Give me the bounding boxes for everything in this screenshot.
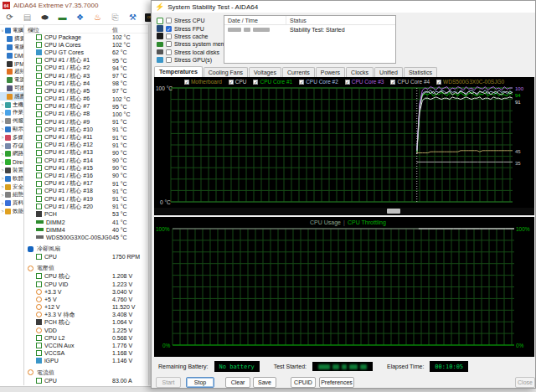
benchmark-icon	[5, 209, 11, 214]
aida64-logo-icon: 64	[3, 2, 10, 9]
stress-checkbox[interactable]	[166, 41, 172, 47]
tree-item-device[interactable]: IPMI	[0, 59, 23, 68]
svg-text:100%: 100%	[156, 226, 170, 232]
tree-item-label: DirectX	[13, 159, 24, 165]
graph-scrollbar-thumb[interactable]	[387, 209, 400, 214]
cpu-icon	[36, 196, 42, 202]
sensor-value: 53 °C	[112, 211, 127, 217]
save-button[interactable]: Save	[253, 377, 276, 388]
fpu-icon	[157, 25, 163, 32]
tree-item-storage[interactable]: ˃存儲裝置	[0, 142, 23, 150]
refresh-icon[interactable]: ⟳	[4, 13, 15, 23]
legend-checkbox[interactable]: ✓	[345, 80, 350, 85]
tree-item-server[interactable]: ˃伺服器	[0, 117, 23, 126]
tree-item-label: 作業系統	[13, 109, 24, 116]
sensor-label: CPU IA Cores	[44, 42, 81, 48]
cpu-icon	[36, 96, 42, 102]
tree-item-computer[interactable]: 摘要	[0, 35, 23, 44]
stress-checkbox[interactable]	[166, 34, 172, 39]
tree-item-label: 超頻	[14, 68, 24, 75]
legend-checkbox[interactable]: ✓	[299, 80, 304, 85]
sensor-row: PCH53 °C	[24, 210, 153, 218]
tree-item-label: 效能測試	[13, 208, 24, 215]
sensor-value: 91 °C	[112, 135, 127, 141]
tree-item-sensor[interactable]: 感應器	[0, 92, 23, 101]
legend-item: ✓CPU	[229, 79, 247, 85]
dimm-icon	[36, 220, 44, 224]
cpu-icon	[36, 181, 42, 187]
graph-scrollbar[interactable]	[154, 208, 534, 214]
stress-checkbox[interactable]	[166, 57, 172, 63]
tree-item-battery[interactable]: 電源管理	[0, 76, 23, 85]
volt-icon	[36, 328, 42, 333]
share-icon[interactable]: ❖	[75, 13, 85, 23]
tab-currents[interactable]: Currents	[282, 67, 315, 77]
memory-icon[interactable]: ▬	[57, 13, 68, 23]
stress-checkbox[interactable]: ✓	[166, 26, 172, 32]
tree-item-computer[interactable]: ˅電腦	[0, 27, 23, 35]
tree-item-database[interactable]: ˃資料庫	[0, 199, 23, 208]
legend-checkbox[interactable]: ✓	[229, 80, 234, 85]
tree-item-computer[interactable]: 電腦名稱	[0, 44, 23, 52]
tab-cooling-fans[interactable]: Cooling Fans	[204, 67, 248, 77]
clipboard-icon[interactable]: ⎘	[110, 13, 121, 23]
stress-checkbox[interactable]	[166, 49, 172, 55]
tree-item-label: 主機板	[13, 101, 24, 109]
legend-checkbox[interactable]: ✓	[253, 80, 258, 85]
tree-item-config[interactable]: ˃組態	[0, 191, 23, 199]
sensor-value: 1.064 V	[112, 319, 132, 325]
legend-label: Motherboard	[191, 79, 222, 85]
sensor-value: 91 °C	[112, 196, 127, 202]
preferences-button[interactable]: Preferences	[319, 377, 354, 388]
tree-item-display[interactable]: ˃顯示裝置	[0, 126, 23, 134]
tree-item-software[interactable]: ˃軟體	[0, 174, 23, 183]
tree-item-security[interactable]: ˃安全性	[0, 183, 23, 191]
tree-item-flame[interactable]: 超頻	[0, 68, 23, 76]
tree-item-label: 存儲裝置	[13, 142, 24, 150]
navigation-tree: ˅電腦摘要電腦名稱DMIIPMI超頻電源管理可攜式電腦感應器˃主機板˃作業系統˃…	[0, 25, 24, 385]
tree-item-board[interactable]: ˃主機板	[0, 101, 23, 109]
tree-item-laptop[interactable]: 可攜式電腦	[0, 85, 23, 93]
legend-checkbox[interactable]: ✓	[184, 80, 189, 85]
legend-item: ✓CPU Core #3	[345, 79, 384, 85]
volt-icon	[28, 266, 34, 271]
stress-label: Stress CPU	[174, 18, 205, 23]
tree-item-computer[interactable]: DMI	[0, 51, 23, 59]
tree-item-label: 顯示裝置	[13, 126, 24, 133]
database-icon	[5, 200, 11, 206]
tab-unified[interactable]: Unified	[374, 67, 403, 77]
tree-item-directx[interactable]: ˃DirectX	[0, 158, 23, 167]
stop-button[interactable]: Stop	[186, 377, 214, 388]
tab-powers[interactable]: Powers	[316, 67, 345, 77]
tree-item-label: 裝置	[13, 167, 23, 174]
tree-item-os[interactable]: ˃作業系統	[0, 109, 23, 117]
tools-icon[interactable]: ⚒	[127, 13, 138, 23]
media-icon	[5, 135, 11, 141]
motherboard-icon[interactable]: ⬬	[39, 13, 50, 23]
legend-checkbox[interactable]: ✓	[390, 80, 395, 85]
volt-icon	[36, 312, 42, 317]
stress-options: Stress CPU✓Stress FPUStress cacheStress …	[157, 17, 234, 64]
tab-voltages[interactable]: Voltages	[249, 67, 281, 77]
sensor-value: 1.146 V	[112, 358, 132, 364]
stress-checkbox[interactable]	[166, 18, 172, 23]
censored-block	[342, 364, 347, 369]
report-icon[interactable]: ▤	[22, 13, 33, 23]
legend-checkbox[interactable]: ✓	[436, 80, 441, 85]
tree-item-network[interactable]: ˃網路	[0, 150, 23, 158]
tree-item-benchmark[interactable]: ˃效能測試	[0, 208, 23, 216]
tree-item-devices[interactable]: ˃裝置	[0, 167, 23, 175]
cpuid-button[interactable]: CPUID	[291, 377, 316, 388]
sensor-value: 3.040 V	[112, 289, 132, 295]
tab-statistics[interactable]: Statistics	[404, 67, 437, 77]
security-icon	[5, 184, 11, 190]
clear-button[interactable]: Clear	[225, 377, 250, 388]
sensor-value: 1.208 V	[112, 273, 132, 279]
tab-clocks[interactable]: Clocks	[346, 67, 374, 77]
sensor-label: CPU	[44, 254, 57, 260]
tree-item-media[interactable]: ˃多媒體	[0, 133, 23, 142]
tab-temperatures[interactable]: Temperatures	[154, 66, 203, 77]
sensor-row: WDS500G3X0C-00SJG045 °C	[24, 234, 153, 241]
burn-icon[interactable]: ♨	[92, 13, 103, 23]
gpu-icon	[157, 57, 163, 63]
